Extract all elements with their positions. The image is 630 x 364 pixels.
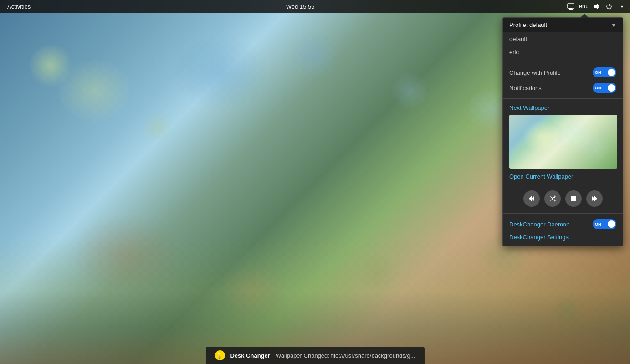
toggle-on-text: ON	[595, 70, 601, 75]
separator-2	[503, 98, 623, 99]
profile-option-eric[interactable]: eric	[503, 46, 623, 59]
svg-rect-2	[569, 9, 573, 10]
screen-icon[interactable]	[566, 2, 575, 11]
svg-marker-5	[532, 196, 534, 201]
power-icon[interactable]	[604, 2, 614, 11]
separator	[503, 62, 623, 62]
skip-forward-button[interactable]	[586, 190, 603, 207]
wallpaper-preview[interactable]	[509, 115, 617, 169]
svg-rect-6	[571, 196, 576, 201]
toggle-knob	[608, 69, 615, 76]
popup-menu: Profile: default ▼ default eric Change w…	[502, 17, 623, 246]
separator-2b	[503, 185, 623, 185]
profile-dropdown-label: Profile: default	[509, 21, 547, 28]
volume-icon[interactable]	[592, 2, 601, 11]
notifications-toggle[interactable]: ON	[593, 83, 616, 93]
taskbar: Activities Wed 15:56 en↓ ▾	[0, 0, 630, 13]
stop-button[interactable]	[565, 190, 582, 207]
notification-app-icon: 💡	[215, 350, 225, 360]
deskchanger-daemon-row: DeskChanger Daemon ON	[503, 216, 623, 232]
shuffle-button[interactable]	[544, 190, 561, 207]
toggle-on-text-2: ON	[595, 86, 601, 90]
open-current-wallpaper-button[interactable]: Open Current Wallpaper	[503, 170, 623, 183]
deskchanger-settings-button[interactable]: DeskChanger Settings	[503, 232, 623, 242]
notification-bar: 💡 Desk Changer Wallpaper Changed: file:/…	[205, 347, 424, 364]
notifications-label: Notifications	[509, 85, 542, 92]
profile-option-default[interactable]: default	[503, 32, 623, 46]
svg-marker-7	[592, 196, 594, 201]
svg-marker-8	[594, 196, 597, 201]
toggle-on-text-3: ON	[595, 222, 601, 226]
taskbar-right-area: en↓ ▾	[566, 2, 626, 11]
svg-marker-3	[594, 4, 598, 9]
svg-rect-0	[568, 4, 574, 8]
notifications-row: Notifications ON	[503, 80, 623, 96]
deskchanger-daemon-toggle[interactable]: ON	[593, 219, 616, 229]
activities-button[interactable]: Activities	[4, 3, 34, 10]
svg-marker-4	[529, 196, 532, 201]
toggle-knob-2	[608, 84, 615, 92]
next-wallpaper-button[interactable]: Next Wallpaper	[503, 102, 623, 113]
player-controls	[503, 187, 623, 210]
change-with-profile-row: Change with Profile ON	[503, 65, 623, 80]
profile-dropdown[interactable]: Profile: default ▼	[503, 18, 623, 32]
dropdown-arrow-icon[interactable]: ▾	[617, 2, 626, 11]
svg-rect-1	[569, 8, 572, 9]
language-selector[interactable]: en↓	[579, 2, 588, 11]
chevron-down-icon: ▼	[611, 22, 616, 28]
change-with-profile-label: Change with Profile	[509, 69, 561, 76]
toggle-knob-3	[608, 220, 615, 228]
change-with-profile-toggle[interactable]: ON	[593, 67, 616, 77]
deskchanger-daemon-label[interactable]: DeskChanger Daemon	[509, 221, 569, 228]
skip-back-button[interactable]	[523, 190, 540, 207]
notification-message: Wallpaper Changed: file:///usr/share/bac…	[276, 352, 415, 359]
separator-3	[503, 213, 623, 214]
wallpaper-preview-image	[509, 115, 617, 169]
notification-app-name: Desk Changer	[230, 352, 270, 359]
taskbar-clock: Wed 15:56	[34, 3, 566, 10]
